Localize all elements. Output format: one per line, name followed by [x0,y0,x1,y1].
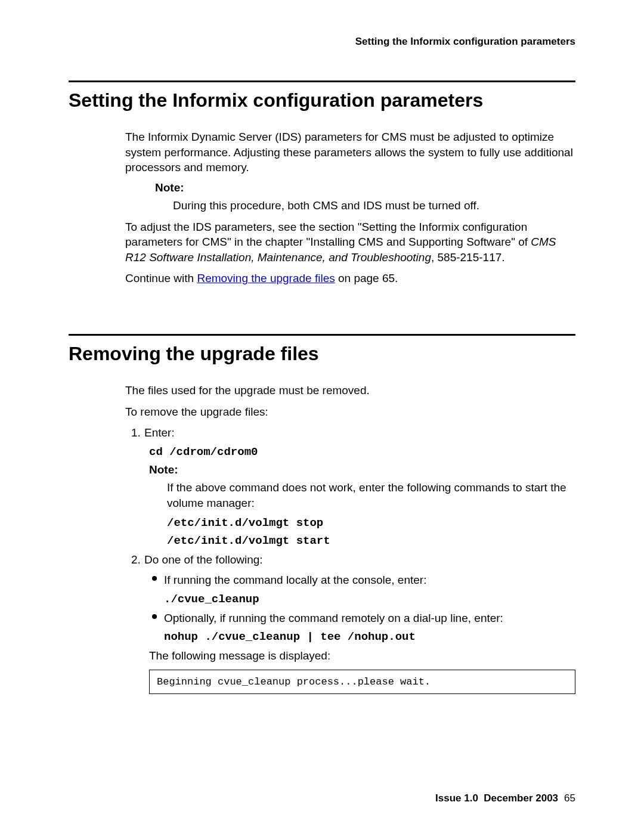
section1-para3: Continue with Removing the upgrade files… [125,271,575,286]
step-1: 1.Enter: [146,425,575,441]
step2-bullet2: Optionally, if running the command remot… [164,611,575,626]
step2-bullet2-cmd: nohup ./cvue_cleanup | tee /nohup.out [164,630,575,643]
step2-bullet2-text: Optionally, if running the command remot… [164,612,503,624]
section2-heading: Removing the upgrade files [69,343,575,365]
step-2: 2.Do one of the following: [146,552,575,568]
section1-note-label: Note: [155,181,575,194]
section-divider [69,80,575,82]
step1-cmd: cd /cdrom/cdrom0 [149,445,575,459]
bullet-icon [152,576,157,581]
running-header: Setting the Informix configuration param… [69,36,575,48]
section1-para2: To adjust the IDS parameters, see the se… [125,219,575,265]
section2-intro2: To remove the upgrade files: [125,404,575,420]
step1-note-text: If the above command does not work, ente… [167,480,575,510]
para2-part-a: To adjust the IDS parameters, see the se… [125,221,531,249]
footer-page: 65 [564,792,575,804]
footer-issue: Issue 1.0 [435,792,478,804]
step1-cmd3: /etc/init.d/volmgt start [167,534,575,547]
step-2-number: 2. [131,552,144,568]
step1-cmd2: /etc/init.d/volmgt stop [167,516,575,529]
section2-intro1: The files used for the upgrade must be r… [125,383,575,398]
section-divider-2 [69,334,575,336]
step1-note-label: Note: [149,463,575,476]
step2-bullet1-text: If running the command locally at the co… [164,574,426,586]
para3-part-a: Continue with [125,272,197,284]
step-2-text: Do one of the following: [144,553,263,566]
section1-para1: The Informix Dynamic Server (IDS) parame… [125,129,575,175]
para2-part-c: , 585-215-117. [431,251,505,264]
section1-note-text: During this procedure, both CMS and IDS … [173,198,575,213]
section1-heading: Setting the Informix configuration param… [69,89,575,112]
para3-part-b: on page 65. [335,272,398,284]
step2-after: The following message is displayed: [149,648,575,664]
step-1-text: Enter: [144,426,175,439]
output-box: Beginning cvue_cleanup process...please … [149,670,575,694]
footer-date: December 2003 [484,792,558,804]
page-footer: Issue 1.0 December 200365 [435,792,575,804]
bullet-icon [152,614,157,619]
step-1-number: 1. [131,425,144,441]
removing-upgrade-files-link[interactable]: Removing the upgrade files [197,272,335,284]
step2-bullet1-cmd: ./cvue_cleanup [164,593,575,606]
step2-bullet1: If running the command locally at the co… [164,572,575,588]
